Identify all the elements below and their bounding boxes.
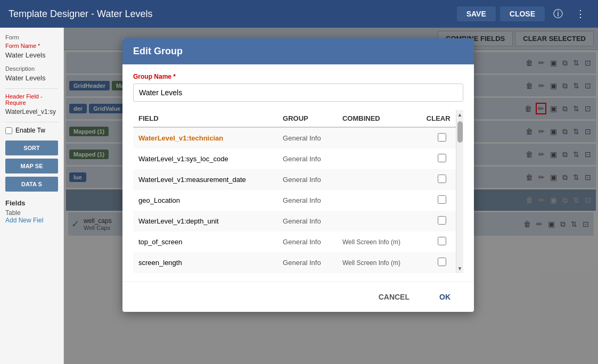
table-row: top_of_screenGeneral InfoWell Screen Inf… [133,231,463,252]
field-cell: top_of_screen [133,231,277,252]
combined-cell [337,190,421,211]
group-cell: General Info [277,231,337,252]
add-new-field-link[interactable]: Add New Fiel [5,217,58,224]
table-label: Table [5,209,58,217]
header-field-label: Header Field - Require [5,93,58,106]
content-area: COMBINE FIELDS CLEAR SELECTED 🗑 ✏ ▣ ⧉ ⇅ … [64,28,598,364]
scroll-thumb[interactable] [457,121,463,143]
sidebar: Form Form Name * Water Levels Descriptio… [0,28,64,364]
clear-checkbox-3[interactable] [438,195,446,204]
table-scroll[interactable]: FIELD GROUP COMBINED CLEAR WaterLevel_v1… [133,110,463,273]
modal-footer: CANCEL OK [122,282,474,312]
table-row: WaterLevel_v1:technicianGeneral Info [133,127,463,148]
modal-body: Group Name * FIELD GROUP COMBINED CLEAR [122,64,474,282]
title-bar: Template Designer - Water Levels SAVE CL… [0,0,598,28]
sort-button[interactable]: SORT [5,140,58,155]
group-name-input[interactable] [133,84,463,102]
edit-group-modal: Edit Group Group Name * FIELD GROUP COMB… [122,38,474,312]
data-set-button[interactable]: DATA S [5,177,58,192]
fields-section-title: Fields [5,199,58,207]
clear-checkbox-4[interactable] [438,216,446,225]
save-button[interactable]: SAVE [457,6,496,21]
app-title: Template Designer - Water Levels [9,9,152,20]
sidebar-divider-2 [5,122,58,122]
group-cell: General Info [277,169,337,190]
form-name-value: Water Levels [5,51,58,59]
enable-two-row: Enable Tw [5,127,58,134]
ok-button[interactable]: OK [427,288,463,305]
field-cell: WaterLevel_v1:depth_unit [133,211,277,231]
enable-two-label: Enable Tw [15,127,45,134]
field-cell: WaterLevel_v1:measurement_date [133,169,277,190]
form-section-label: Form [5,34,58,40]
field-cell: WaterLevel_v1:sys_loc_code [133,148,277,169]
modal-title: Edit Group [122,38,474,64]
scroll-down-arrow[interactable]: ▼ [456,264,464,273]
field-cell: WaterLevel_v1:technician [133,127,277,148]
map-set-button[interactable]: MAP SE [5,159,58,173]
field-col-header: FIELD [133,110,277,127]
group-cell: General Info [277,190,337,211]
enable-two-checkbox[interactable] [5,127,12,134]
group-cell: General Info [277,127,337,148]
clear-checkbox-1[interactable] [438,154,446,162]
description-label: Description [5,65,58,72]
combined-cell: Well Screen Info (m) [337,252,421,273]
table-row: screen_lengthGeneral InfoWell Screen Inf… [133,252,463,273]
field-cell: screen_length [133,252,277,273]
scroll-up-arrow[interactable]: ▲ [456,110,464,119]
table-header: FIELD GROUP COMBINED CLEAR [133,110,463,127]
info-button[interactable]: ⓘ [549,5,567,22]
table-row: geo_LocationGeneral Info [133,190,463,211]
clear-checkbox-6[interactable] [438,258,446,266]
combined-cell [337,169,421,190]
group-name-label: Group Name * [133,73,463,80]
form-name-label: Form Name * [5,43,58,49]
combined-cell [337,148,421,169]
group-cell: General Info [277,252,337,273]
header-field-value: WaterLevel_v1:sy [5,108,58,115]
main-layout: Form Form Name * Water Levels Descriptio… [0,28,598,364]
combined-col-header: COMBINED [337,110,421,127]
group-cell: General Info [277,148,337,169]
group-cell: General Info [277,211,337,231]
clear-checkbox-2[interactable] [438,175,446,183]
combined-cell: Well Screen Info (m) [337,231,421,252]
table-header-row: FIELD GROUP COMBINED CLEAR [133,110,463,127]
combined-cell [337,211,421,231]
table-row: WaterLevel_v1:measurement_dateGeneral In… [133,169,463,190]
table-container: FIELD GROUP COMBINED CLEAR WaterLevel_v1… [133,110,463,273]
description-value: Water Levels [5,74,58,82]
field-cell: geo_Location [133,190,277,211]
title-bar-actions: SAVE CLOSE ⓘ ⋮ [457,5,589,22]
scrollbar[interactable]: ▲ ▼ [456,110,463,273]
cancel-button[interactable]: CANCEL [370,288,418,305]
clear-checkbox-5[interactable] [438,237,446,245]
close-button[interactable]: CLOSE [500,6,545,21]
clear-checkbox-0[interactable] [438,133,446,142]
fields-table: FIELD GROUP COMBINED CLEAR WaterLevel_v1… [133,110,463,273]
group-col-header: GROUP [277,110,337,127]
sidebar-divider-1 [5,88,58,89]
table-body: WaterLevel_v1:technicianGeneral InfoWate… [133,127,463,273]
table-row: WaterLevel_v1:sys_loc_codeGeneral Info [133,148,463,169]
combined-cell [337,127,421,148]
table-row: WaterLevel_v1:depth_unitGeneral Info [133,211,463,231]
more-menu-button[interactable]: ⋮ [571,6,589,22]
